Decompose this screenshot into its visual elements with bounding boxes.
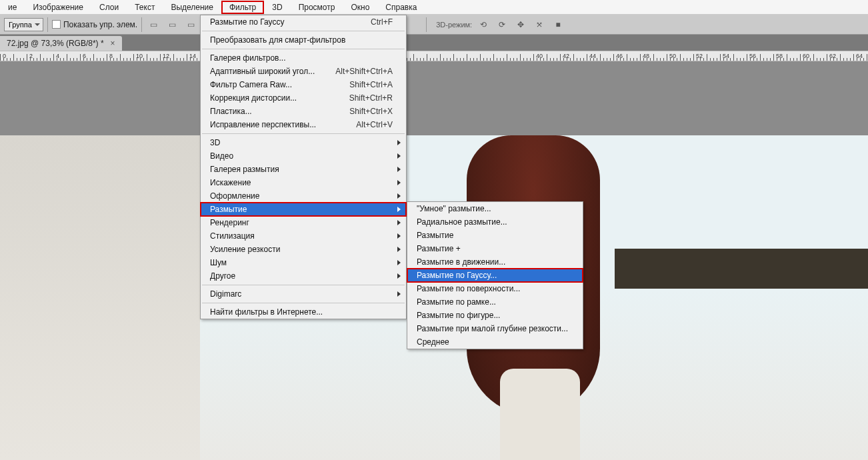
ruler-label: 64 bbox=[856, 53, 863, 59]
submenu-item[interactable]: Размытие по поверхности... bbox=[407, 282, 583, 295]
submenu-item-label: Размытие по Гауссу... bbox=[417, 271, 497, 280]
submenu-item-label: Размытие bbox=[417, 231, 453, 240]
menu-item[interactable]: Усиление резкости bbox=[201, 243, 406, 256]
submenu-item-label: Радиальное размытие... bbox=[417, 217, 507, 227]
menu-item-label: Адаптивный широкий угол... bbox=[210, 67, 315, 76]
show-controls-checkbox[interactable]: Показать упр. элем. bbox=[52, 20, 137, 29]
blur-submenu: "Умное" размытие...Радиальное размытие..… bbox=[407, 201, 583, 349]
menu-item-label: 3D bbox=[210, 138, 220, 147]
group-dropdown[interactable]: Группа bbox=[4, 18, 43, 31]
submenu-item[interactable]: "Умное" размытие... bbox=[407, 202, 583, 215]
menu-item-label: Размытие по Гауссу bbox=[210, 17, 284, 27]
menu-item[interactable]: Фильтр Camera Raw...Shift+Ctrl+A bbox=[201, 78, 406, 91]
menu-item-label: Видео bbox=[210, 151, 233, 161]
scale-icon[interactable]: ■ bbox=[551, 17, 565, 32]
menu-item[interactable]: Видео bbox=[201, 149, 406, 163]
menu-edit-partial[interactable]: ие bbox=[0, 1, 25, 14]
ruler-label: 46 bbox=[616, 53, 623, 59]
align-icon-3[interactable]: ▭ bbox=[183, 17, 198, 32]
menu-item[interactable]: Преобразовать для смарт-фильтров bbox=[201, 33, 406, 47]
checkbox-icon bbox=[52, 20, 61, 29]
menu-select[interactable]: Выделение bbox=[163, 1, 221, 14]
menu-help[interactable]: Справка bbox=[377, 1, 425, 14]
menu-item-label: Стилизация bbox=[210, 231, 255, 241]
menu-item-label: Исправление перспективы... bbox=[210, 120, 316, 129]
menu-item-shortcut: Alt+Ctrl+V bbox=[336, 120, 393, 129]
submenu-item-label: Размытие по рамке... bbox=[417, 297, 496, 307]
menu-item[interactable]: Другое bbox=[201, 269, 406, 283]
menu-item[interactable]: Стилизация bbox=[201, 229, 406, 243]
menu-window[interactable]: Окно bbox=[343, 1, 377, 14]
ruler-label: 6 bbox=[83, 53, 86, 59]
menu-item[interactable]: Найти фильтры в Интернете... bbox=[201, 305, 406, 319]
menu-3d[interactable]: 3D bbox=[264, 1, 290, 14]
menu-item[interactable]: Пластика...Shift+Ctrl+X bbox=[201, 105, 406, 118]
ruler-label: 10 bbox=[136, 53, 143, 59]
menu-item[interactable]: Исправление перспективы...Alt+Ctrl+V bbox=[201, 118, 406, 131]
menu-item[interactable]: Искажение bbox=[201, 176, 406, 189]
menu-separator bbox=[202, 31, 405, 31]
menu-item[interactable]: Коррекция дисторсии...Shift+Ctrl+R bbox=[201, 91, 406, 105]
close-icon[interactable]: × bbox=[111, 39, 115, 48]
menu-item[interactable]: 3D bbox=[201, 136, 406, 149]
menu-item[interactable]: Размытие bbox=[201, 203, 406, 216]
menubar: ие Изображение Слои Текст Выделение Филь… bbox=[0, 0, 868, 15]
menu-item-label: Шум bbox=[210, 258, 227, 267]
roll-icon[interactable]: ⟳ bbox=[495, 17, 509, 32]
menu-item[interactable]: Шум bbox=[201, 256, 406, 269]
ruler-label: 50 bbox=[669, 53, 676, 59]
ruler-label: 0 bbox=[3, 53, 6, 59]
submenu-item[interactable]: Радиальное размытие... bbox=[407, 215, 583, 229]
menu-image[interactable]: Изображение bbox=[25, 1, 91, 14]
submenu-item-label: "Умное" размытие... bbox=[417, 204, 491, 213]
menu-item-label: Рендеринг bbox=[210, 218, 249, 227]
menu-item[interactable]: Галерея размытия bbox=[201, 163, 406, 176]
submenu-item[interactable]: Размытие по рамке... bbox=[407, 295, 583, 309]
menu-item[interactable]: Рендеринг bbox=[201, 216, 406, 229]
ruler-label: 60 bbox=[803, 53, 809, 59]
submenu-item-label: Размытие по фигуре... bbox=[417, 311, 500, 320]
menu-layers[interactable]: Слои bbox=[91, 1, 127, 14]
filter-menu: Размытие по ГауссуCtrl+FПреобразовать дл… bbox=[200, 15, 407, 319]
menu-item[interactable]: Адаптивный широкий угол...Alt+Shift+Ctrl… bbox=[201, 65, 406, 78]
horizontal-ruler: 024681012141640424446485052545658606264 bbox=[0, 51, 868, 61]
slide-icon[interactable]: ⤧ bbox=[532, 17, 547, 32]
mode3d-label: 3D-режим: bbox=[436, 21, 472, 29]
submenu-item-label: Размытие при малой глубине резкости... bbox=[417, 324, 568, 333]
align-icon-1[interactable]: ▭ bbox=[146, 17, 161, 32]
checkbox-label: Показать упр. элем. bbox=[63, 20, 137, 29]
ruler-label: 14 bbox=[189, 53, 196, 59]
submenu-item[interactable]: Размытие по фигуре... bbox=[407, 309, 583, 322]
ruler-label: 4 bbox=[56, 53, 59, 59]
menu-filter[interactable]: Фильтр bbox=[221, 1, 264, 14]
submenu-item[interactable]: Среднее bbox=[407, 335, 583, 349]
menu-item-label: Усиление резкости bbox=[210, 245, 280, 254]
align-icon-2[interactable]: ▭ bbox=[165, 17, 179, 32]
submenu-item-label: Размытие по поверхности... bbox=[417, 284, 520, 293]
submenu-item[interactable]: Размытие по Гауссу... bbox=[407, 269, 583, 282]
menu-item-label: Пластика... bbox=[210, 107, 252, 116]
document-tab[interactable]: 72.jpg @ 73,3% (RGB/8*) * × bbox=[0, 36, 122, 51]
submenu-item[interactable]: Размытие в движении... bbox=[407, 255, 583, 269]
pan-icon[interactable]: ✥ bbox=[513, 17, 528, 32]
menu-item[interactable]: Digimarc bbox=[201, 287, 406, 301]
separator bbox=[141, 17, 142, 32]
menu-item[interactable]: Размытие по ГауссуCtrl+F bbox=[201, 15, 406, 29]
menu-item-shortcut: Ctrl+F bbox=[351, 17, 393, 27]
orbit-icon[interactable]: ⟲ bbox=[476, 17, 491, 32]
menu-view[interactable]: Просмотр bbox=[291, 1, 343, 14]
photo-window bbox=[615, 249, 868, 289]
ruler-label: 56 bbox=[749, 53, 756, 59]
submenu-item[interactable]: Размытие + bbox=[407, 242, 583, 255]
menu-item[interactable]: Галерея фильтров... bbox=[201, 51, 406, 65]
menu-item[interactable]: Оформление bbox=[201, 189, 406, 203]
menu-text[interactable]: Текст bbox=[127, 1, 163, 14]
options-bar: Группа Показать упр. элем. ▭ ▭ ▭ 3D-режи… bbox=[0, 15, 868, 35]
submenu-item[interactable]: Размытие при малой глубине резкости... bbox=[407, 322, 583, 335]
ruler-label: 12 bbox=[163, 53, 169, 59]
submenu-item[interactable]: Размытие bbox=[407, 229, 583, 242]
document-tab-row: 72.jpg @ 73,3% (RGB/8*) * × bbox=[0, 35, 868, 51]
menu-separator bbox=[202, 303, 405, 303]
menu-item-shortcut: Shift+Ctrl+R bbox=[329, 93, 393, 103]
menu-item-label: Digimarc bbox=[210, 289, 241, 299]
